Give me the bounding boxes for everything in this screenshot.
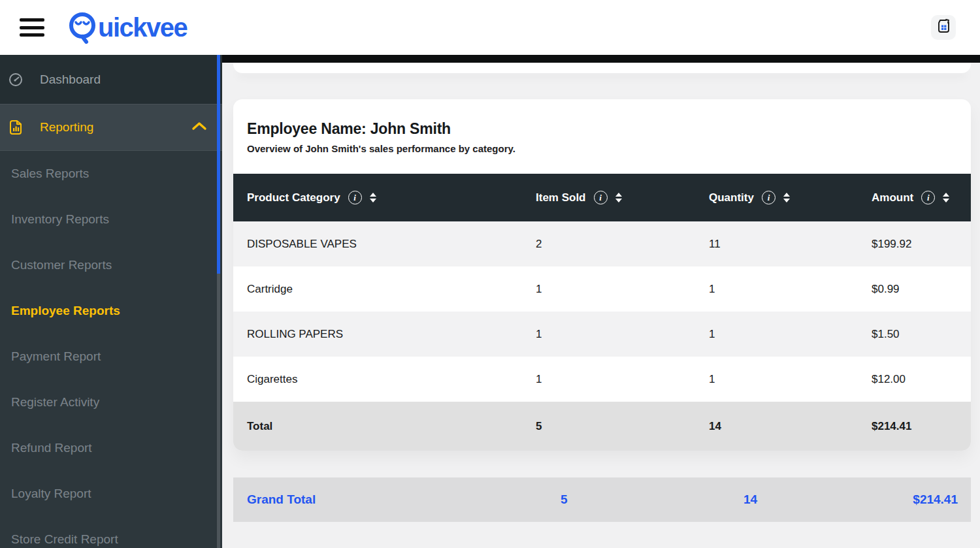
menu-button[interactable] [20,18,44,37]
sidebar-scrollbar-thumb[interactable] [217,55,220,274]
sidebar-item-payment-report[interactable]: Payment Report [0,334,222,379]
sidebar-item-label: Reporting [40,120,93,135]
info-icon[interactable]: i [921,191,935,204]
sidebar-item-customer-reports[interactable]: Customer Reports [0,242,222,288]
sort-icon[interactable] [370,193,376,202]
info-icon[interactable]: i [594,191,608,204]
grand-total-item-sold: 5 [536,492,709,507]
previous-card-remnant [233,63,971,73]
table-row: Cartridge 1 1 $0.99 [233,266,971,312]
chevron-up-icon [191,120,208,135]
sidebar-item-refund-report[interactable]: Refund Report [0,425,222,471]
sidebar-item-employee-reports[interactable]: Employee Reports [0,288,222,334]
sidebar-item-store-credit-report[interactable]: Store Credit Report [0,517,222,548]
report-subtitle: Overview of John Smith's sales performan… [247,143,957,154]
table-row: ROLLING PAPERS 1 1 $1.50 [233,312,971,357]
grand-total-label: Grand Total [233,492,536,507]
sidebar-scrollbar[interactable] [217,55,220,548]
info-icon[interactable]: i [762,191,776,204]
logo-text: uickvee [98,13,187,42]
report-document-icon [8,119,24,136]
employee-report-card: Employee Name: John Smith Overview of Jo… [233,99,971,451]
table-row: Cigarettes 1 1 $12.00 [233,357,971,402]
quickvee-logo[interactable]: uickvee [66,8,187,47]
sidebar-item-sales-reports[interactable]: Sales Reports [0,151,222,197]
card-header: Employee Name: John Smith Overview of Jo… [233,99,971,174]
sidebar-item-reporting[interactable]: Reporting [0,104,222,151]
store-grid-icon [935,18,953,37]
sort-icon[interactable] [615,193,622,202]
sidebar-item-register-activity[interactable]: Register Activity [0,379,222,425]
info-icon[interactable]: i [348,191,362,204]
menu-icon [20,18,44,22]
table-header-row: Product Category i Item Sold i Quantity … [233,174,971,221]
top-header: uickvee [0,0,980,55]
employee-name-title: Employee Name: John Smith [247,120,957,138]
table-total-row: Total 5 14 $214.41 [233,402,971,451]
reporting-submenu: Sales Reports Inventory Reports Customer… [0,151,222,548]
store-switcher-button[interactable] [931,15,956,40]
col-amount: Amount i [872,191,971,204]
main-content: Employee Name: John Smith Overview of Jo… [222,55,980,548]
top-dark-strip [222,55,980,63]
grand-total-bar: Grand Total 5 14 $214.41 [233,477,971,522]
col-quantity: Quantity i [709,191,872,204]
sort-icon[interactable] [783,193,790,202]
sidebar-item-label: Dashboard [40,73,101,87]
table-row: DISPOSABLE VAPES 2 11 $199.92 [233,221,971,266]
grand-total-quantity: 14 [709,492,872,507]
sidebar-item-inventory-reports[interactable]: Inventory Reports [0,197,222,242]
grand-total-amount: $214.41 [872,492,971,507]
quickvee-q-icon [66,8,100,47]
sort-icon[interactable] [943,193,949,202]
sidebar: Dashboard Reporting Sales Reports [0,55,222,548]
sidebar-item-dashboard[interactable]: Dashboard [0,55,222,104]
col-product-category: Product Category i [233,191,536,204]
employee-sales-table: Product Category i Item Sold i Quantity … [233,174,971,451]
speedometer-icon [8,72,24,88]
col-item-sold: Item Sold i [536,191,709,204]
sidebar-item-loyalty-report[interactable]: Loyalty Report [0,471,222,517]
